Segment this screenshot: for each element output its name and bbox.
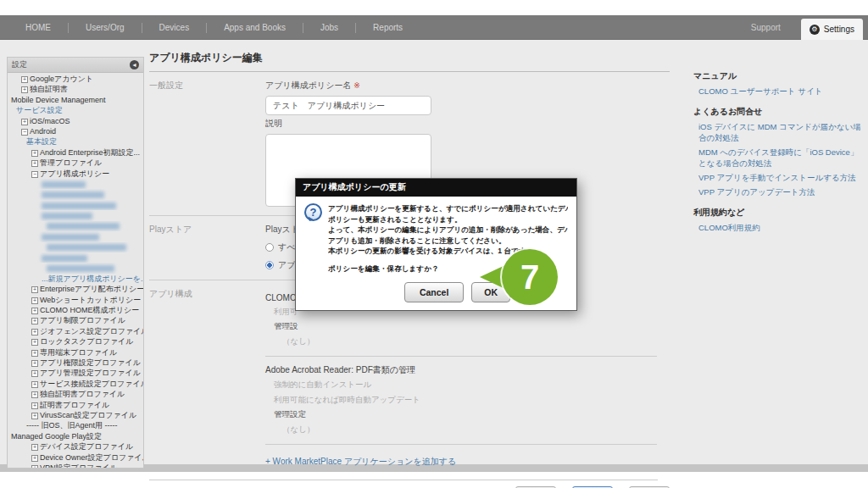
nav-item-support[interactable]: Support (751, 23, 781, 32)
tree-item-label[interactable]: アプリ構成ポリシー (40, 169, 109, 178)
expand-icon[interactable]: + (21, 86, 28, 93)
expand-icon[interactable]: + (31, 150, 38, 157)
help-link[interactable]: VPP アプリのアップデート方法 (698, 186, 863, 197)
expand-icon[interactable]: + (31, 413, 38, 419)
tree-item-label[interactable]: アプリ権限設定プロファイル (40, 358, 141, 367)
expand-icon[interactable]: + (31, 455, 38, 462)
expand-icon[interactable]: + (31, 350, 38, 357)
sidebar-tree-item[interactable]: +VPN設定プロファイル (8, 463, 143, 469)
sidebar-tree-item[interactable]: +専用端末プロファイル (8, 347, 143, 358)
tree-item-label[interactable]: 独自証明書 (30, 85, 68, 93)
tab-settings[interactable]: ⚙ Settings (801, 19, 863, 40)
tree-item-label[interactable]: CLOMO HOME構成ポリシー (40, 306, 139, 314)
sidebar-tree-item[interactable]: +独自証明書プロファイル (8, 389, 143, 399)
help-link[interactable]: VPP アプリを手動でインストールする方法 (698, 172, 863, 183)
redacted-policy-item[interactable] (8, 200, 143, 210)
expand-icon[interactable]: + (31, 339, 38, 346)
tree-item-label[interactable]: Googleアカウント (30, 75, 93, 83)
tree-item-label[interactable]: VPN設定プロファイル (40, 463, 118, 469)
sidebar-tree-item[interactable]: +iOS/macOS (8, 116, 143, 126)
nav-item-devices[interactable]: Devices (142, 23, 207, 32)
help-link[interactable]: iOS デバイスに MDM コマンドが届かない場合の対処法 (698, 121, 863, 143)
tree-item-label[interactable]: デバイス設定プロファイル (40, 442, 133, 451)
tree-item-label[interactable]: VirusScan設定プロファイル (40, 411, 136, 419)
radio-selected-icon[interactable] (265, 261, 274, 269)
sidebar-tree-item[interactable]: +アプリ制限プロファイル (8, 315, 143, 325)
tree-item-label[interactable]: ...新規アプリ構成ポリシーを... (42, 274, 143, 283)
policy-name-input[interactable] (265, 96, 431, 115)
sidebar-tree-item[interactable]: +アプリ権限設定プロファイル (8, 358, 143, 368)
sidebar-tree-item[interactable]: −Android (8, 126, 143, 136)
nav-item-apps-and-books[interactable]: Apps and Books (207, 23, 303, 32)
expand-icon[interactable]: + (31, 402, 38, 409)
sidebar-tree-item[interactable]: +サービス接続設定プロファイル (8, 379, 143, 389)
expand-icon[interactable]: + (31, 329, 38, 336)
nav-item-jobs[interactable]: Jobs (303, 23, 355, 32)
sidebar-tree-item[interactable]: +Enterpriseアプリ配布ポリシー (8, 284, 143, 294)
tree-item-label[interactable]: ロックタスクプロファイル (40, 337, 134, 346)
sidebar-tree-item[interactable]: +アプリ管理設定プロファイル (8, 368, 143, 378)
tree-item-label[interactable]: Webショートカットポリシー (40, 296, 141, 304)
tree-item-label[interactable]: 管理プロファイル (40, 158, 102, 167)
help-link[interactable]: CLOMO利用規約 (698, 222, 863, 233)
tree-item-label[interactable]: Device Owner設定プロファイル (40, 453, 143, 462)
sidebar-tree-item[interactable]: +ジオフェンス設定プロファイル (8, 326, 143, 336)
sidebar-tree-item[interactable]: +独自証明書 (8, 84, 143, 94)
sidebar-tree-item[interactable]: +VirusScan設定プロファイル (8, 410, 143, 420)
expand-icon[interactable]: + (21, 76, 28, 83)
sidebar-tree-item[interactable]: +Android Enterprise初期設定... (8, 147, 143, 158)
sidebar-tree-item[interactable]: サービス設定 (8, 105, 143, 115)
nav-item-users-org[interactable]: Users/Org (69, 23, 142, 32)
tree-item-label[interactable]: 証明書プロファイル (40, 401, 109, 409)
redacted-policy-item[interactable] (8, 252, 143, 263)
sidebar-tree-item[interactable]: +デバイス設定プロファイル (8, 441, 143, 452)
help-link[interactable]: MDM へのデバイス登録時に「iOS Device」となる場合の対処法 (698, 147, 863, 169)
tree-item-label[interactable]: Android Enterprise初期設定... (40, 148, 140, 157)
tree-item-label[interactable]: Android (30, 127, 56, 136)
expand-icon[interactable]: + (31, 370, 38, 377)
redacted-policy-item[interactable] (8, 263, 143, 273)
tree-item-label[interactable]: サービス接続設定プロファイル (40, 380, 143, 388)
tree-item-label[interactable]: アプリ管理設定プロファイル (40, 369, 141, 377)
sidebar-tree-item[interactable]: +Webショートカットポリシー (8, 295, 143, 305)
tree-item-label[interactable]: アプリ制限プロファイル (40, 316, 125, 324)
sidebar-tree-item[interactable]: +ロックタスクプロファイル (8, 336, 143, 347)
collapse-icon[interactable]: − (31, 171, 38, 178)
expand-icon[interactable]: + (31, 465, 38, 469)
expand-icon[interactable]: + (31, 444, 38, 451)
add-application-link[interactable]: + Work MarketPlace アプリケーションを追加する (265, 456, 670, 468)
redacted-policy-item[interactable] (8, 210, 143, 220)
help-link[interactable]: CLOMO ユーザーサポート サイト (698, 86, 863, 97)
tree-item-label[interactable]: ジオフェンス設定プロファイル (40, 327, 143, 336)
tree-item-label[interactable]: Enterpriseアプリ配布ポリシー (40, 285, 143, 293)
radio-unselected-icon[interactable] (265, 243, 274, 252)
redacted-policy-item[interactable] (8, 242, 143, 252)
tree-item-label[interactable]: 基本設定 (26, 137, 57, 146)
sidebar-tree-item[interactable]: +管理プロファイル (8, 158, 143, 168)
tree-item-label[interactable]: iOS/macOS (30, 117, 70, 125)
nav-item-home[interactable]: HOME (8, 23, 68, 32)
redacted-policy-item[interactable] (8, 179, 143, 189)
sidebar-tree-item[interactable]: +Googleアカウント (8, 74, 143, 84)
sidebar-tree-item[interactable]: −アプリ構成ポリシー (8, 169, 143, 179)
tree-item-label[interactable]: 独自証明書プロファイル (40, 390, 125, 398)
nav-item-reports[interactable]: Reports (356, 23, 420, 32)
sidebar-tree-item[interactable]: +Device Owner設定プロファイル (8, 452, 143, 463)
sidebar-collapse-icon[interactable]: ◂ (130, 60, 139, 69)
expand-icon[interactable]: + (21, 119, 28, 125)
sidebar-tree-item[interactable]: +証明書プロファイル (8, 400, 143, 410)
expand-icon[interactable]: + (31, 391, 38, 398)
expand-icon[interactable]: + (31, 308, 38, 314)
expand-icon[interactable]: + (31, 381, 38, 388)
redacted-policy-item[interactable] (8, 221, 143, 231)
expand-icon[interactable]: + (31, 318, 38, 324)
expand-icon[interactable]: + (31, 286, 38, 293)
expand-icon[interactable]: + (31, 297, 38, 304)
redacted-policy-item[interactable] (8, 189, 143, 199)
tree-item-label[interactable]: 専用端末プロファイル (40, 348, 117, 357)
expand-icon[interactable]: + (31, 160, 38, 167)
collapse-icon[interactable]: − (21, 129, 28, 136)
sidebar-tree-item[interactable]: ...新規アプリ構成ポリシーを... (8, 274, 143, 284)
cancel-button[interactable]: Cancel (404, 282, 464, 302)
expand-icon[interactable]: + (31, 360, 38, 367)
